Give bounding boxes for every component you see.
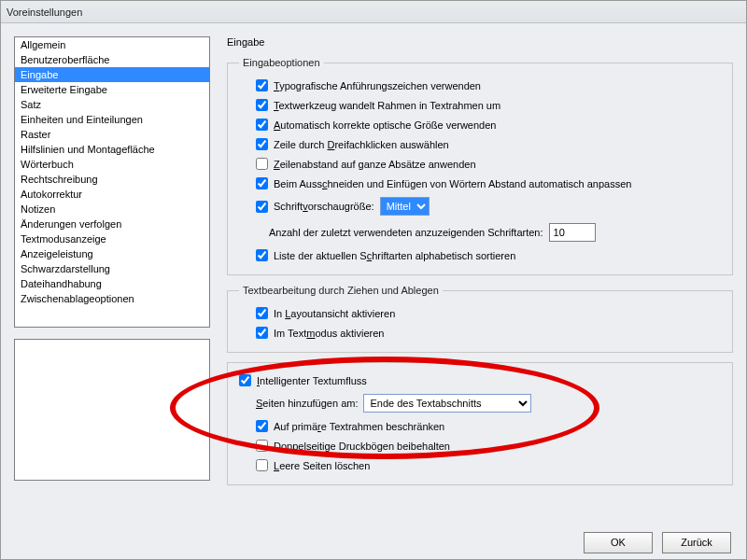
group-smart-reflow: Intelligenter Textumfluss Seiten hinzufü… bbox=[227, 362, 733, 485]
sidebar: AllgemeinBenutzeroberflächeEingabeErweit… bbox=[14, 36, 210, 520]
typographic-quotes-checkbox[interactable] bbox=[256, 79, 268, 91]
layout-view-checkbox[interactable] bbox=[256, 307, 268, 319]
sort-fonts-checkbox[interactable] bbox=[256, 249, 268, 261]
facing-pages-label: Doppelseitige Druckbögen beibehalten bbox=[274, 441, 450, 452]
facing-pages-checkbox[interactable] bbox=[256, 440, 268, 452]
preview-box bbox=[14, 339, 210, 481]
cut-paste-spacing-label: Beim Ausschneiden und Einfügen von Wörte… bbox=[274, 178, 631, 189]
typographic-quotes-label: Typografische Anführungszeichen verwende… bbox=[274, 80, 481, 91]
leading-paragraph-checkbox[interactable] bbox=[256, 158, 268, 170]
cut-paste-spacing-checkbox[interactable] bbox=[256, 177, 268, 189]
sidebar-item[interactable]: Zwischenablageoptionen bbox=[15, 291, 209, 306]
sidebar-item[interactable]: Dateihandhabung bbox=[15, 276, 209, 291]
sidebar-item[interactable]: Erweiterte Eingabe bbox=[15, 82, 209, 97]
group-input-options: Eingabeoptionen Typografische Anführungs… bbox=[227, 57, 733, 275]
sidebar-item[interactable]: Änderungen verfolgen bbox=[15, 217, 209, 231]
primary-frames-checkbox[interactable] bbox=[256, 420, 268, 432]
dialog-footer: OK Zurück bbox=[1, 524, 746, 560]
font-preview-label: Schriftvorschaugröße: bbox=[274, 201, 374, 212]
triple-click-checkbox[interactable] bbox=[256, 138, 268, 150]
recent-fonts-label: Anzahl der zuletzt verwendeten anzuzeige… bbox=[269, 227, 543, 238]
text-mode-checkbox[interactable] bbox=[256, 327, 268, 339]
leading-paragraph-label: Zeilenabstand auf ganze Absätze anwenden bbox=[274, 159, 476, 170]
sidebar-item[interactable]: Autokorrektur bbox=[15, 187, 209, 202]
cancel-button[interactable]: Zurück bbox=[662, 532, 731, 553]
font-preview-select[interactable]: Mittel bbox=[380, 197, 430, 216]
sidebar-item[interactable]: Einheiten und Einteilungen bbox=[15, 112, 209, 127]
sidebar-item[interactable]: Eingabe bbox=[15, 67, 209, 82]
sidebar-item[interactable]: Rechtschreibung bbox=[15, 172, 209, 187]
sort-fonts-label: Liste der aktuellen Schriftarten alphabe… bbox=[274, 250, 515, 261]
title: Voreinstellungen bbox=[7, 7, 82, 18]
optical-size-checkbox[interactable] bbox=[256, 119, 268, 131]
text-tool-convert-checkbox[interactable] bbox=[256, 99, 268, 111]
sidebar-item[interactable]: Textmodusanzeige bbox=[15, 231, 209, 246]
delete-empty-label: Leere Seiten löschen bbox=[274, 460, 370, 471]
section-title: Eingabe bbox=[227, 36, 733, 48]
font-preview-checkbox[interactable] bbox=[256, 201, 268, 213]
sidebar-item[interactable]: Allgemein bbox=[15, 37, 209, 52]
add-pages-select[interactable]: Ende des Textabschnitts bbox=[363, 394, 531, 413]
optical-size-label: Automatisch korrekte optische Größe verw… bbox=[274, 119, 496, 131]
text-mode-label: Im Textmodus aktivieren bbox=[274, 328, 384, 339]
text-tool-convert-label: Textwerkzeug wandelt Rahmen in Textrahme… bbox=[274, 100, 500, 111]
add-pages-label: Seiten hinzufügen am: bbox=[256, 398, 358, 409]
sidebar-item[interactable]: Satz bbox=[15, 97, 209, 112]
smart-reflow-checkbox[interactable] bbox=[239, 374, 251, 386]
sidebar-item[interactable]: Raster bbox=[15, 127, 209, 142]
primary-frames-label: Auf primäre Textrahmen beschränken bbox=[274, 421, 444, 432]
delete-empty-checkbox[interactable] bbox=[256, 459, 268, 471]
ok-button[interactable]: OK bbox=[584, 532, 653, 553]
layout-view-label: In Layoutansicht aktivieren bbox=[274, 308, 395, 319]
sidebar-item[interactable]: Hilfslinien und Montagefläche bbox=[15, 142, 209, 157]
category-list[interactable]: AllgemeinBenutzeroberflächeEingabeErweit… bbox=[14, 36, 210, 328]
sidebar-item[interactable]: Benutzeroberfläche bbox=[15, 52, 209, 67]
triple-click-label: Zeile durch Dreifachklicken auswählen bbox=[274, 139, 449, 150]
sidebar-item[interactable]: Notizen bbox=[15, 202, 209, 217]
main-panel: Eingabe Eingabeoptionen Typografische An… bbox=[227, 36, 733, 520]
preferences-dialog: Voreinstellungen AllgemeinBenutzeroberfl… bbox=[0, 0, 747, 560]
sidebar-item[interactable]: Schwarzdarstellung bbox=[15, 261, 209, 276]
recent-fonts-input[interactable] bbox=[549, 223, 596, 242]
group-drag-drop: Textbearbeitung durch Ziehen und Ablegen… bbox=[227, 285, 733, 353]
legend-input-options: Eingabeoptionen bbox=[239, 57, 324, 68]
legend-drag-drop: Textbearbeitung durch Ziehen und Ablegen bbox=[239, 285, 443, 296]
smart-reflow-label: Intelligenter Textumfluss bbox=[257, 375, 367, 386]
sidebar-item[interactable]: Anzeigeleistung bbox=[15, 246, 209, 261]
titlebar: Voreinstellungen bbox=[1, 1, 746, 23]
sidebar-item[interactable]: Wörterbuch bbox=[15, 157, 209, 172]
